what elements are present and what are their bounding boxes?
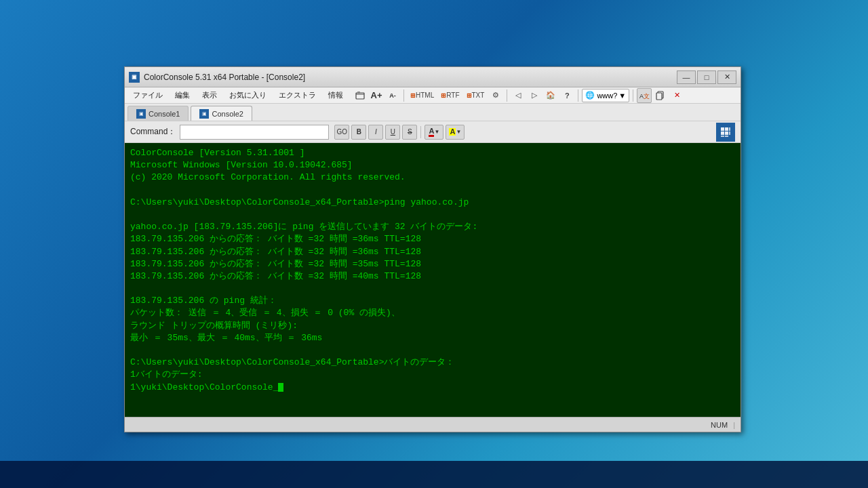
tab-bar: ▣ Console1 ▣ Console2 xyxy=(125,104,741,121)
terminal-line: 183.79.135.206 からの応答： バイト数 =32 時間 =40ms … xyxy=(130,270,735,283)
toolbar-sep3 xyxy=(578,89,578,102)
terminal-line: パケット数： 送信 ＝ 4、受信 ＝ 4、損失 ＝ 0 (0% の損失)、 xyxy=(130,307,735,319)
font-color-chevron: ▼ xyxy=(434,129,439,135)
tab-console2-label: Console2 xyxy=(212,110,243,118)
www-chevron: ▼ xyxy=(618,92,626,100)
title-bar: ▣ ColorConsole 5.31 x64 Portable - [Cons… xyxy=(125,67,741,87)
command-bar: Command： GO B I U S A ▼ A ▼ xyxy=(125,121,741,143)
terminal-line: 183.79.135.206 からの応答： バイト数 =32 時間 =36ms … xyxy=(130,233,735,245)
terminal-line: (c) 2020 Microsoft Corporation. All righ… xyxy=(130,171,735,184)
terminal-line: Microsoft Windows [Version 10.0.19042.68… xyxy=(130,159,735,171)
settings-btn[interactable]: ⚙ xyxy=(488,88,503,103)
tab-console2-icon: ▣ xyxy=(199,109,209,119)
close-button[interactable]: ✕ xyxy=(717,70,736,84)
terminal-line: ラウンド トリップの概算時間 (ミリ秒): xyxy=(130,320,735,332)
window-title: ColorConsole 5.31 x64 Portable - [Consol… xyxy=(144,73,677,82)
toolbar-sep2 xyxy=(507,89,507,102)
format-sep1 xyxy=(420,126,421,138)
svg-rect-0 xyxy=(356,93,364,99)
terminal-line: 183.79.135.206 の ping 統計： xyxy=(130,295,735,307)
back-btn[interactable]: ◁ xyxy=(511,88,526,103)
terminal-line: C:\Users\yuki\Desktop\ColorConsole_x64_P… xyxy=(130,357,735,369)
terminal-line: 1バイトのデータ: xyxy=(130,369,735,381)
svg-rect-7 xyxy=(725,127,728,131)
window-controls: — □ ✕ xyxy=(677,70,736,84)
italic-button[interactable]: I xyxy=(368,125,383,140)
forward-btn[interactable]: ▷ xyxy=(527,88,542,103)
font-color-button[interactable]: A ▼ xyxy=(425,125,443,140)
app-icon: ▣ xyxy=(129,72,140,83)
tab-console1[interactable]: ▣ Console1 xyxy=(127,106,189,121)
svg-rect-11 xyxy=(729,131,730,135)
svg-rect-12 xyxy=(721,136,724,137)
tab-console2[interactable]: ▣ Console2 xyxy=(191,106,252,121)
menu-extras[interactable]: エクストラ xyxy=(273,89,321,102)
terminal-line xyxy=(130,283,735,295)
menu-info[interactable]: 情報 xyxy=(323,89,349,102)
toolbar-sep4 xyxy=(633,89,633,102)
underline-button[interactable]: U xyxy=(385,125,400,140)
www-label: www? xyxy=(597,92,617,100)
num-status: NUM xyxy=(711,421,728,429)
highlight-color-button[interactable]: A ▼ xyxy=(446,125,465,140)
maximize-button[interactable]: □ xyxy=(697,70,716,84)
svg-rect-6 xyxy=(721,127,724,131)
command-buttons: GO B I U S A ▼ A ▼ xyxy=(334,125,465,140)
svg-rect-8 xyxy=(729,127,730,131)
menu-edit[interactable]: 編集 xyxy=(170,89,195,102)
status-bar: NUM | xyxy=(125,417,741,432)
terminal-line: C:\Users\yuki\Desktop\ColorConsole_x64_P… xyxy=(130,197,735,209)
terminal-line xyxy=(130,184,735,197)
svg-rect-5 xyxy=(656,93,662,100)
go-button[interactable]: GO xyxy=(334,125,349,140)
grid-button[interactable] xyxy=(716,123,735,142)
terminal-line: 183.79.135.206 からの応答： バイト数 =32 時間 =35ms … xyxy=(130,258,735,270)
strike-button[interactable]: S xyxy=(402,125,417,140)
command-label: Command： xyxy=(130,126,176,138)
toolbar-sep1 xyxy=(403,89,404,102)
home-btn[interactable]: 🏠 xyxy=(543,88,558,103)
www-dropdown[interactable]: 🌐 www? ▼ xyxy=(582,89,629,102)
cursor xyxy=(278,383,283,392)
txt-btn[interactable]: ⊞ TXT xyxy=(464,88,488,103)
menu-view[interactable]: 表示 xyxy=(197,89,222,102)
www-icon: 🌐 xyxy=(585,91,595,100)
rtf-btn[interactable]: ⊞ RTF xyxy=(438,88,462,103)
minimize-button[interactable]: — xyxy=(677,70,696,84)
terminal-line xyxy=(130,344,735,357)
font-size-up[interactable]: A+ xyxy=(369,88,384,103)
menu-bar: ファイル 編集 表示 お気に入り エクストラ 情報 A+ A- ⊞ HTML ⊞… xyxy=(125,87,741,104)
copy-btn[interactable] xyxy=(653,88,668,103)
close-tab-btn[interactable]: ✕ xyxy=(669,88,684,103)
terminal-area[interactable]: ColorConsole [Version 5.31.1001 ]Microso… xyxy=(125,143,741,417)
terminal-line: 最小 ＝ 35ms、最大 ＝ 40ms、平均 ＝ 36ms xyxy=(130,332,735,344)
html-btn[interactable]: ⊞ HTML xyxy=(408,88,437,103)
font-size-down[interactable]: A- xyxy=(385,88,400,103)
terminal-line xyxy=(130,209,735,221)
menu-file[interactable]: ファイル xyxy=(127,89,168,102)
terminal-line: yahoo.co.jp [183.79.135.206]に ping を送信して… xyxy=(130,221,735,233)
command-input[interactable] xyxy=(180,125,329,140)
svg-rect-9 xyxy=(721,131,724,135)
toolbar-icon1[interactable] xyxy=(353,88,368,103)
translate-btn[interactable]: A 文 xyxy=(637,88,652,103)
highlight-chevron: ▼ xyxy=(456,129,461,135)
terminal-line: 183.79.135.206 からの応答： バイト数 =32 時間 =36ms … xyxy=(130,246,735,258)
terminal-line: 1\yuki\Desktop\ColorConsole_ xyxy=(130,382,735,394)
svg-text:文: 文 xyxy=(644,93,650,100)
main-window: ▣ ColorConsole 5.31 x64 Portable - [Cons… xyxy=(124,66,741,432)
help-btn[interactable]: ? xyxy=(559,88,574,103)
tab-console1-label: Console1 xyxy=(149,110,180,118)
taskbar xyxy=(0,461,868,488)
bold-button[interactable]: B xyxy=(351,125,366,140)
tab-console1-icon: ▣ xyxy=(136,109,146,119)
menu-favorites[interactable]: お気に入り xyxy=(224,89,272,102)
svg-rect-10 xyxy=(725,131,728,135)
status-sep: | xyxy=(733,421,735,429)
terminal-line: ColorConsole [Version 5.31.1001 ] xyxy=(130,147,735,159)
svg-rect-1 xyxy=(357,92,360,94)
svg-rect-13 xyxy=(725,136,728,137)
